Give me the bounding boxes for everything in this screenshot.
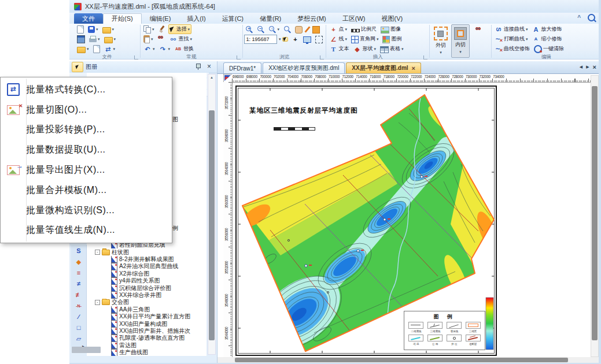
line-break-icon[interactable]: ≢	[73, 290, 84, 300]
new-document-button[interactable]	[76, 25, 85, 34]
canvas-vscroll-thumb[interactable]	[592, 86, 598, 340]
collapse-ribbon-icon[interactable]: ^	[577, 14, 581, 21]
clip-inner-button[interactable]: 内切 ▾	[451, 24, 470, 58]
document-tab-1[interactable]: DFDraw1*	[223, 62, 261, 73]
break-curve-button[interactable]: 打断曲线▾	[493, 35, 529, 44]
scale-caret-icon[interactable]: ▾	[279, 37, 281, 42]
tree-item[interactable]: 8-2井测井解释成果图	[87, 256, 207, 263]
zoom-in-button[interactable]: +	[244, 25, 254, 34]
save-as-button[interactable]: ▾	[101, 25, 116, 34]
measure-button[interactable]	[305, 25, 309, 34]
redo-button[interactable]: ↷▾	[157, 44, 171, 54]
tree-item[interactable]: X2井综合图	[87, 270, 207, 277]
dialog-launcher-icon[interactable]	[134, 55, 138, 60]
document-tab-3[interactable]: XX层-平均速度图.dml×	[346, 62, 421, 73]
canvas-horizontal-scrollbar[interactable]	[217, 357, 601, 363]
tree-item[interactable]: 生产曲线图	[87, 349, 207, 356]
select-cursor-button[interactable]	[72, 62, 83, 72]
copy-button[interactable]: ▾	[142, 25, 156, 34]
shrink-decor-button[interactable]: A缩小修饰	[530, 35, 563, 44]
context-menu-item-7[interactable]: 批量微构造识别(S)...	[1, 200, 172, 221]
clip-outer-button[interactable]: 外切 ▾	[432, 24, 450, 58]
tree-item[interactable]: XX油田投产新井、措施井次	[87, 328, 207, 335]
context-menu-item-2[interactable]: ×批量切图(O)...	[1, 100, 172, 120]
line-edit-icon[interactable]: ≠	[73, 279, 84, 289]
zoom-prev-button[interactable]	[282, 25, 292, 34]
tab-next-icon[interactable]: ▶	[586, 65, 589, 69]
crosshair-button[interactable]: +	[290, 35, 300, 44]
curve-decor-button[interactable]: 曲线空修饰	[493, 44, 531, 54]
insert-text-button[interactable]: T文本	[328, 44, 350, 54]
tab-close-icon[interactable]: ×	[412, 65, 415, 72]
insert-shape-button[interactable]: ◆形状▾	[352, 44, 377, 54]
undo-button[interactable]: ↶▾	[142, 44, 156, 54]
zoom-tool-icon[interactable]	[588, 14, 595, 21]
rect-draw-icon[interactable]: □	[73, 323, 84, 333]
tree-item[interactable]: A2井油水同层典型曲线	[87, 263, 207, 270]
clip-cut-button[interactable]	[471, 24, 489, 58]
scale-input[interactable]: 1: 195687	[244, 35, 276, 44]
select-mode-button[interactable]	[282, 37, 288, 42]
canvas-hscroll-thumb[interactable]	[235, 358, 568, 362]
select-button[interactable]: 选择▾	[168, 24, 191, 34]
zoom-window-button[interactable]: ▫▾	[267, 25, 281, 34]
menu-tab-7[interactable]: 工区(W)	[334, 13, 374, 24]
pin-icon[interactable]	[195, 64, 201, 70]
line-draw-icon[interactable]: ∕	[73, 312, 84, 322]
layer-table-icon[interactable]: ≡	[73, 268, 84, 278]
convert-button[interactable]: ⇄▾	[103, 44, 117, 54]
paste-button[interactable]: ▾	[142, 35, 154, 43]
open-folder-button[interactable]: ▾	[103, 35, 117, 44]
scroll-up-icon[interactable]: ▲	[208, 75, 215, 80]
menu-tab-2[interactable]: 编辑(E)	[142, 13, 179, 24]
context-menu-item-4[interactable]: 批量数据提取(U)...	[1, 140, 172, 160]
insert-legend-button[interactable]: 图例	[381, 35, 403, 44]
dialog-launcher-icon[interactable]	[320, 55, 324, 60]
preview-button[interactable]	[92, 44, 101, 54]
collapse-icon[interactable]: -	[95, 300, 100, 305]
insert-scalebar-button[interactable]: 比例尺	[350, 25, 378, 34]
tree-item[interactable]: 孔隙度-渗透率散点直方图	[87, 335, 207, 341]
context-menu-item-6[interactable]: 批量合并模板(M)...	[1, 180, 172, 200]
context-menu-item-3[interactable]: 批量投影转换(P)...	[1, 120, 172, 140]
region-button[interactable]	[311, 25, 321, 34]
open-button[interactable]: ▾	[76, 44, 90, 54]
tree-item[interactable]: y4井四性关系图	[87, 277, 207, 284]
print-button[interactable]: ▾	[88, 35, 101, 43]
pan-button[interactable]	[294, 25, 304, 34]
cut-button[interactable]	[156, 35, 166, 44]
tree-item[interactable]: XX井综合录井图	[87, 292, 207, 299]
find-button[interactable]: oo查找▾	[168, 35, 193, 44]
context-menu-item-8[interactable]: 批量等值线生成(N)...	[1, 221, 172, 241]
tree-item[interactable]: 沉积储层综合评价图	[87, 284, 207, 291]
tree-vertical-scrollbar[interactable]: ▲	[208, 74, 216, 355]
tree-item[interactable]: 雷达图	[87, 341, 207, 348]
replace-button[interactable]: AB替换	[173, 44, 195, 54]
menu-tab-1[interactable]: 开始(S)	[103, 13, 142, 24]
menu-tab-8[interactable]: 视图(V)	[374, 13, 411, 24]
save-button[interactable]: ▾	[87, 25, 99, 34]
tree-folder[interactable]: -交会图	[87, 299, 207, 306]
tree-item[interactable]: AA井三角图	[87, 306, 207, 313]
context-menu-item-1[interactable]: 批量格式转换(C)...	[1, 80, 172, 100]
insert-line-button[interactable]: ∠线▾	[328, 35, 348, 44]
insert-image-button[interactable]: 图像	[379, 25, 402, 34]
one-key-clear-button[interactable]: 一键清除	[533, 44, 565, 54]
tree-item[interactable]: XX油田产量构成图	[87, 320, 207, 327]
screen-fit-button[interactable]	[302, 35, 312, 43]
format-brush-button[interactable]	[157, 25, 167, 34]
spline-tool-icon[interactable]: S	[73, 246, 84, 256]
zoom-out-button[interactable]: −	[256, 25, 266, 34]
tab-close-all-icon[interactable]: ×	[593, 64, 596, 70]
context-menu-item-5[interactable]: →批量导出图片(X)...	[1, 160, 172, 180]
node-edit-icon[interactable]: ◆	[73, 257, 84, 267]
window-button[interactable]	[76, 35, 86, 44]
menu-tab-3[interactable]: 插入(I)	[179, 13, 213, 24]
panel-close-icon[interactable]: ×	[207, 62, 211, 70]
annotate-tool-icon[interactable]: -N-	[73, 301, 84, 311]
insert-table-button[interactable]: 表格▾	[379, 44, 405, 54]
file-menu-button[interactable]: 文件	[74, 13, 103, 24]
dialog-launcher-icon[interactable]	[237, 55, 241, 60]
tree-scroll-thumb[interactable]	[209, 110, 215, 340]
tree-item[interactable]: XX井日平均产量累计直方图	[87, 313, 207, 320]
